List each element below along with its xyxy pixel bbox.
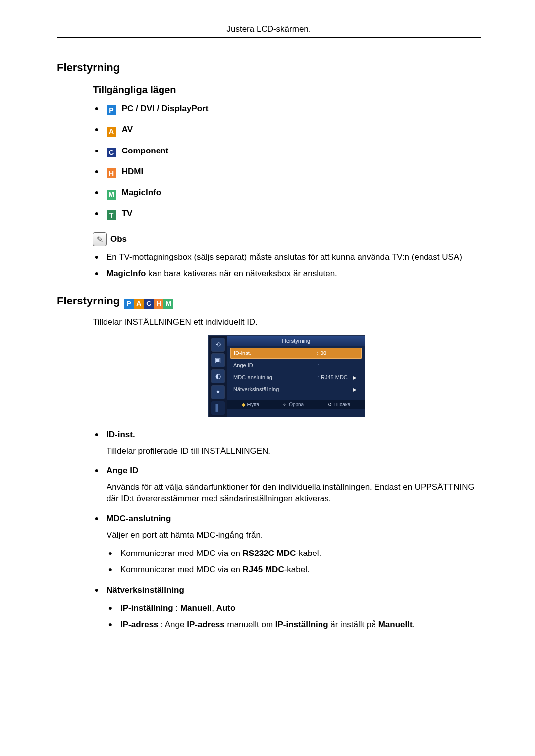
osd-r2-label: Ange ID bbox=[233, 362, 315, 369]
osd-r1-sep: : bbox=[315, 350, 321, 357]
mode-item-magicinfo: M MagicInfo bbox=[93, 187, 481, 199]
osd-side-icon-2: ▣ bbox=[211, 353, 225, 367]
osd-row-id-inst: ID-inst. : 00 bbox=[230, 348, 362, 359]
osd-sidebar: ⟲ ▣ ◐ ✦ ▌ bbox=[209, 336, 227, 417]
net-sub2-b1: IP-adress bbox=[120, 620, 159, 629]
osd-main: Flerstyrning ID-inst. : 00 Ange ID : -- bbox=[227, 336, 365, 417]
mode-a-label: AV bbox=[122, 125, 133, 134]
mdc-sub-rj45: Kommunicerar med MDC via en RJ45 MDC-kab… bbox=[107, 564, 481, 576]
item-id-inst-title: ID-inst. bbox=[107, 430, 135, 439]
net-sub-ip-address: IP-adress : Ange IP-adress manuellt om I… bbox=[107, 619, 481, 631]
osd-screenshot: ⟲ ▣ ◐ ✦ ▌ Flerstyrning ID-inst. : 00 bbox=[93, 335, 481, 417]
strip-p-icon: P bbox=[124, 299, 134, 309]
net-sub1-comma: , bbox=[212, 604, 216, 613]
osd-r2-val: -- bbox=[321, 362, 353, 369]
osd-footer-open: ⏎Öppna bbox=[283, 402, 304, 408]
mode-h-icon: H bbox=[107, 168, 116, 178]
item-ange-title: Ange ID bbox=[107, 466, 138, 475]
osd-r4-arrow: ▶ bbox=[353, 386, 359, 393]
osd-r3-label: MDC-anslutning bbox=[233, 374, 315, 381]
mdc-sub1-bold: RS232C MDC bbox=[243, 549, 296, 558]
net-sub1-v1: Manuell bbox=[180, 604, 212, 613]
item-id-inst-body: Tilldelar profilerade ID till INSTÄLLNIN… bbox=[107, 446, 481, 457]
item-net-title: Nätverksinställning bbox=[107, 585, 184, 595]
osd-side-icon-5: ▌ bbox=[211, 401, 225, 415]
strip-a-icon: A bbox=[134, 299, 144, 309]
osd-r3-val: RJ45 MDC bbox=[321, 374, 353, 381]
osd-footer-move: ◆Flytta bbox=[242, 402, 259, 408]
mode-p-label: PC / DVI / DisplayPort bbox=[122, 104, 209, 113]
obs-note-1-text: En TV-mottagningsbox (säljs separat) mås… bbox=[107, 252, 462, 262]
settings-items: ID-inst. Tilldelar profilerade ID till I… bbox=[93, 429, 481, 631]
section2-intro: Tilldelar INSTÄLLNINGEN ett individuellt… bbox=[93, 317, 481, 328]
osd-footer-back-label: Tillbaka bbox=[333, 402, 350, 408]
mode-t-label: TV bbox=[122, 209, 133, 218]
net-sub2-mid: manuellt om bbox=[225, 620, 275, 629]
mode-a-icon: A bbox=[107, 127, 116, 137]
obs-label: Obs bbox=[110, 234, 127, 245]
item-network: Nätverksinställning IP-inställning : Man… bbox=[93, 585, 481, 631]
section2-body: Tilldelar INSTÄLLNINGEN ett individuellt… bbox=[93, 317, 481, 631]
mode-m-icon: M bbox=[107, 190, 116, 200]
osd-r2-sep: : bbox=[315, 362, 321, 369]
net-sub2-sep: : Ange bbox=[159, 620, 187, 629]
page: Justera LCD-skärmen. Flerstyrning Tillgä… bbox=[0, 0, 535, 756]
mdc-sub2-post: -kabel. bbox=[284, 565, 310, 574]
net-sub2-b4: Manuellt bbox=[378, 620, 413, 629]
item-ange-body: Används för att välja sändarfunktioner f… bbox=[107, 482, 481, 504]
mode-h-label: HDMI bbox=[122, 167, 143, 176]
net-sub2-b2: IP-adress bbox=[187, 620, 225, 629]
header-title: Justera LCD-skärmen. bbox=[226, 24, 311, 34]
osd-r4-label: Nätverksinställning bbox=[233, 386, 315, 393]
net-sub1-bold: IP-inställning bbox=[120, 604, 173, 613]
mode-c-icon: C bbox=[107, 148, 116, 157]
note-icon: ✎ bbox=[93, 232, 107, 246]
obs-note-2-rest: kan bara kativeras när en nätverksbox är… bbox=[146, 269, 337, 278]
osd-r3-arrow: ▶ bbox=[353, 374, 359, 381]
osd-side-icon-3: ◐ bbox=[211, 369, 225, 383]
osd-footer-back: ↺Tillbaka bbox=[328, 402, 350, 408]
section-heading-flerstyrning-1: Flerstyrning bbox=[57, 60, 481, 75]
item-mdc-title: MDC-anslutning bbox=[107, 514, 171, 523]
item-mdc-body: Väljer en port att hämta MDC-ingång från… bbox=[107, 530, 481, 541]
mode-m-label: MagicInfo bbox=[122, 188, 161, 197]
net-sub1-v2: Auto bbox=[216, 604, 236, 613]
mode-p-icon: P bbox=[107, 105, 116, 115]
osd-rows: ID-inst. : 00 Ange ID : -- MDC-ans bbox=[227, 346, 365, 400]
back-glyph-icon: ↺ bbox=[328, 402, 332, 408]
osd-row-ange-id: Ange ID : -- bbox=[230, 360, 362, 371]
osd-side-icon-4: ✦ bbox=[211, 385, 225, 399]
item-id-inst: ID-inst. Tilldelar profilerade ID till I… bbox=[93, 429, 481, 457]
net-sub2-end: . bbox=[413, 620, 415, 629]
enter-glyph-icon: ⏎ bbox=[283, 402, 287, 408]
mdc-sub1-pre: Kommunicerar med MDC via en bbox=[120, 549, 243, 558]
item-ange-id: Ange ID Används för att välja sändarfunk… bbox=[93, 465, 481, 504]
page-footer-line bbox=[57, 651, 481, 651]
osd-row-mdc: MDC-anslutning : RJ45 MDC ▶ bbox=[230, 372, 362, 383]
mode-item-pc: P PC / DVI / DisplayPort bbox=[93, 103, 481, 115]
obs-note-2-bold: MagicInfo bbox=[107, 269, 146, 278]
osd-panel: ⟲ ▣ ◐ ✦ ▌ Flerstyrning ID-inst. : 00 bbox=[208, 335, 365, 417]
subheading-tillgangliga: Tillgängliga lägen bbox=[93, 83, 481, 97]
net-sublist: IP-inställning : Manuell, Auto IP-adress… bbox=[107, 603, 481, 631]
mode-strip: P A C H M bbox=[124, 299, 173, 309]
obs-notes: En TV-mottagningsbox (säljs separat) mås… bbox=[93, 252, 481, 280]
osd-footer: ◆Flytta ⏎Öppna ↺Tillbaka bbox=[227, 400, 365, 410]
osd-row-network: Nätverksinställning ▶ bbox=[230, 384, 362, 395]
osd-side-icon-1: ⟲ bbox=[211, 338, 225, 352]
section1-body: Tillgängliga lägen P PC / DVI / DisplayP… bbox=[93, 83, 481, 280]
strip-m-icon: M bbox=[163, 299, 173, 309]
mdc-sub-rs232c: Kommunicerar med MDC via en RS232C MDC-k… bbox=[107, 548, 481, 559]
section-heading-flerstyrning-2: Flerstyrning P A C H M bbox=[57, 294, 481, 308]
mode-item-hdmi: H HDMI bbox=[93, 166, 481, 178]
osd-footer-open-label: Öppna bbox=[289, 402, 304, 408]
obs-note-1: En TV-mottagningsbox (säljs separat) mås… bbox=[93, 252, 481, 263]
strip-c-icon: C bbox=[144, 299, 154, 309]
osd-footer-move-label: Flytta bbox=[247, 402, 259, 408]
item-mdc: MDC-anslutning Väljer en port att hämta … bbox=[93, 513, 481, 576]
mode-c-label: Component bbox=[122, 146, 168, 155]
mode-item-tv: T TV bbox=[93, 208, 481, 220]
move-glyph-icon: ◆ bbox=[242, 402, 246, 408]
mdc-sub2-pre: Kommunicerar med MDC via en bbox=[120, 565, 243, 574]
net-sub2-b3: IP-inställning bbox=[275, 620, 328, 629]
